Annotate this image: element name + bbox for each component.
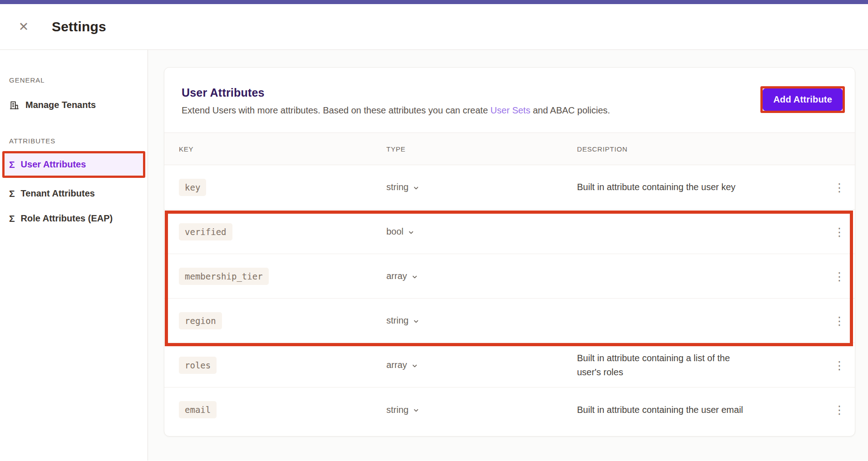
user-attributes-card: User Attributes Extend Users with more a… (164, 67, 855, 436)
card-title: User Attributes (182, 86, 838, 99)
table-row: verified bool ⋮ (164, 210, 855, 254)
sigma-icon: Σ (9, 214, 15, 223)
annotation-box-sidebar: Σ User Attributes (2, 151, 145, 178)
sigma-icon: Σ (9, 160, 15, 169)
kebab-menu-icon[interactable]: ⋮ (830, 399, 848, 420)
kebab-menu-icon[interactable]: ⋮ (830, 310, 848, 331)
type-dropdown[interactable]: string (386, 182, 419, 192)
description-text: Extend Users with more attributes. Based… (182, 105, 490, 115)
building-icon (9, 100, 20, 110)
attribute-description: Built in attribute containing a list of … (577, 351, 754, 379)
sidebar-item-label: User Attributes (21, 159, 86, 170)
type-dropdown[interactable]: array (386, 271, 418, 281)
sidebar-item-role-attributes[interactable]: Σ Role Attributes (EAP) (5, 207, 143, 230)
sidebar-item-tenant-attributes[interactable]: Σ Tenant Attributes (5, 182, 143, 205)
attributes-table: KEY TYPE DESCRIPTION key string Built in… (164, 132, 855, 432)
type-value: bool (386, 226, 404, 237)
card-header: User Attributes Extend Users with more a… (164, 68, 855, 132)
table-row: region string ⋮ (164, 299, 855, 343)
main-content: User Attributes Extend Users with more a… (148, 50, 868, 461)
type-dropdown[interactable]: bool (386, 226, 414, 237)
table-row: email string Built in attribute containi… (164, 387, 855, 432)
attribute-key-badge: email (179, 401, 217, 418)
table-row: membership_tier array ⋮ (164, 254, 855, 299)
type-value: string (386, 405, 409, 415)
type-value: array (386, 360, 407, 370)
user-sets-link[interactable]: User Sets (490, 105, 530, 115)
chevron-down-icon (408, 229, 414, 236)
sigma-icon: Σ (9, 189, 15, 198)
sidebar-section-general: GENERAL (5, 76, 143, 84)
column-header-type: TYPE (386, 145, 577, 153)
description-text: and ABAC policies. (530, 105, 610, 115)
attribute-key-badge: roles (179, 357, 217, 374)
kebab-menu-icon[interactable]: ⋮ (830, 221, 848, 242)
type-dropdown[interactable]: string (386, 405, 419, 415)
app-header: ✕ Settings (0, 4, 868, 50)
page-title: Settings (52, 19, 106, 34)
sidebar-section-attributes: ATTRIBUTES (5, 137, 143, 145)
column-header-key: KEY (179, 145, 386, 153)
type-value: array (386, 271, 407, 281)
add-attribute-button[interactable]: Add Attribute (763, 88, 843, 111)
type-dropdown[interactable]: string (386, 315, 419, 326)
attribute-key-badge: region (179, 312, 222, 329)
chevron-down-icon (413, 407, 419, 414)
sidebar-item-label: Role Attributes (EAP) (21, 213, 113, 224)
type-dropdown[interactable]: array (386, 360, 418, 370)
attribute-key-badge: verified (179, 223, 232, 240)
card-description: Extend Users with more attributes. Based… (182, 105, 838, 116)
attribute-key-badge: key (179, 179, 206, 196)
sidebar-item-label: Manage Tenants (25, 100, 96, 110)
column-header-description: DESCRIPTION (577, 145, 815, 153)
sidebar-item-user-attributes[interactable]: Σ User Attributes (5, 153, 143, 176)
settings-sidebar: GENERAL Manage Tenants ATTRIBUTES Σ User… (0, 50, 148, 461)
type-value: string (386, 315, 409, 326)
attribute-description: Built in attribute containing the user e… (577, 403, 754, 417)
sidebar-item-manage-tenants[interactable]: Manage Tenants (5, 94, 143, 116)
kebab-menu-icon[interactable]: ⋮ (830, 355, 848, 376)
top-accent-bar (0, 0, 868, 4)
type-value: string (386, 182, 409, 192)
attribute-description: Built in attribute containing the user k… (577, 180, 754, 194)
chevron-down-icon (411, 274, 418, 280)
attribute-key-badge: membership_tier (179, 268, 269, 285)
table-header-row: KEY TYPE DESCRIPTION (164, 132, 855, 165)
table-row: key string Built in attribute containing… (164, 165, 855, 210)
chevron-down-icon (413, 318, 419, 325)
close-icon[interactable]: ✕ (14, 17, 34, 37)
chevron-down-icon (413, 185, 419, 191)
kebab-menu-icon[interactable]: ⋮ (830, 266, 848, 287)
sidebar-item-label: Tenant Attributes (21, 188, 95, 199)
chevron-down-icon (411, 363, 418, 369)
annotation-box-add-button: Add Attribute (760, 86, 845, 113)
table-row: roles array Built in attribute containin… (164, 343, 855, 387)
kebab-menu-icon[interactable]: ⋮ (830, 177, 848, 198)
